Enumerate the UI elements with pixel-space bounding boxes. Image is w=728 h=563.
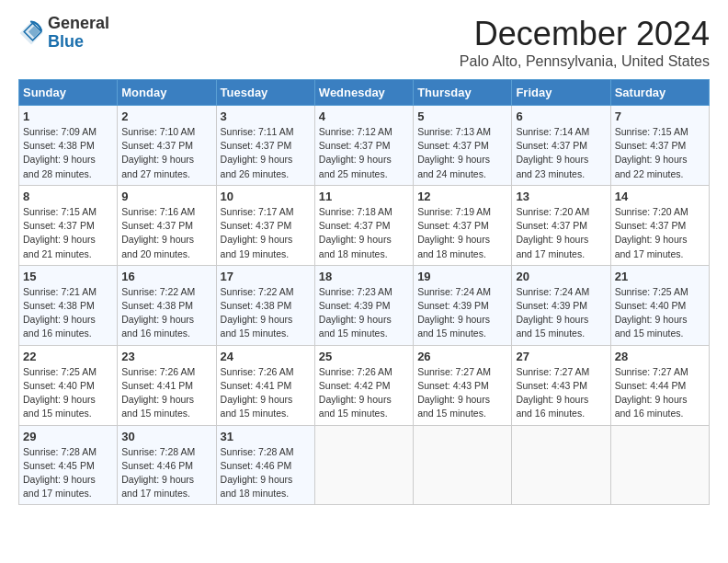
- calendar-cell: 14 Sunrise: 7:20 AMSunset: 4:37 PMDaylig…: [610, 185, 709, 265]
- calendar-cell: 7 Sunrise: 7:15 AMSunset: 4:37 PMDayligh…: [610, 106, 709, 186]
- day-number: 25: [319, 350, 409, 363]
- day-number: 20: [516, 270, 606, 283]
- day-number: 30: [121, 430, 211, 443]
- calendar-cell: 5 Sunrise: 7:13 AMSunset: 4:37 PMDayligh…: [414, 106, 512, 186]
- day-detail: Sunrise: 7:17 AMSunset: 4:37 PMDaylight:…: [221, 205, 311, 261]
- day-detail: Sunrise: 7:24 AMSunset: 4:39 PMDaylight:…: [516, 285, 606, 341]
- logo-general: General: [48, 14, 109, 32]
- day-header-tuesday: Tuesday: [216, 80, 314, 106]
- calendar-cell: 12 Sunrise: 7:19 AMSunset: 4:37 PMDaylig…: [414, 185, 512, 265]
- day-header-monday: Monday: [118, 80, 216, 106]
- calendar-table: SundayMondayTuesdayWednesdayThursdayFrid…: [18, 79, 710, 505]
- day-detail: Sunrise: 7:10 AMSunset: 4:37 PMDaylight:…: [121, 125, 211, 181]
- day-number: 1: [23, 109, 113, 123]
- day-number: 5: [417, 109, 507, 123]
- day-number: 9: [121, 190, 211, 203]
- day-number: 18: [319, 270, 409, 283]
- day-number: 14: [615, 190, 705, 203]
- logo: General Blue: [18, 15, 109, 52]
- week-row-1: 1 Sunrise: 7:09 AMSunset: 4:38 PMDayligh…: [19, 106, 710, 186]
- day-detail: Sunrise: 7:22 AMSunset: 4:38 PMDaylight:…: [121, 285, 211, 341]
- calendar-cell: 28 Sunrise: 7:27 AMSunset: 4:44 PMDaylig…: [610, 345, 709, 425]
- day-number: 16: [121, 270, 211, 283]
- calendar-cell: 4 Sunrise: 7:12 AMSunset: 4:37 PMDayligh…: [314, 106, 413, 186]
- day-number: 2: [121, 109, 211, 123]
- day-detail: Sunrise: 7:26 AMSunset: 4:42 PMDaylight:…: [319, 365, 409, 421]
- day-detail: Sunrise: 7:28 AMSunset: 4:46 PMDaylight:…: [221, 445, 311, 501]
- calendar-cell: 26 Sunrise: 7:27 AMSunset: 4:43 PMDaylig…: [414, 345, 512, 425]
- calendar-cell: 8 Sunrise: 7:15 AMSunset: 4:37 PMDayligh…: [19, 185, 118, 265]
- day-detail: Sunrise: 7:27 AMSunset: 4:43 PMDaylight:…: [516, 365, 606, 421]
- day-detail: Sunrise: 7:28 AMSunset: 4:45 PMDaylight:…: [23, 445, 113, 501]
- day-detail: Sunrise: 7:24 AMSunset: 4:39 PMDaylight:…: [417, 285, 507, 341]
- day-detail: Sunrise: 7:20 AMSunset: 4:37 PMDaylight:…: [516, 205, 606, 261]
- day-detail: Sunrise: 7:18 AMSunset: 4:37 PMDaylight:…: [319, 205, 409, 261]
- calendar-cell: 31 Sunrise: 7:28 AMSunset: 4:46 PMDaylig…: [216, 425, 314, 505]
- day-headers-row: SundayMondayTuesdayWednesdayThursdayFrid…: [19, 80, 710, 106]
- day-detail: Sunrise: 7:15 AMSunset: 4:37 PMDaylight:…: [615, 125, 705, 181]
- day-number: 12: [417, 190, 507, 203]
- calendar-cell: 20 Sunrise: 7:24 AMSunset: 4:39 PMDaylig…: [512, 265, 610, 345]
- calendar-cell: 27 Sunrise: 7:27 AMSunset: 4:43 PMDaylig…: [512, 345, 610, 425]
- day-detail: Sunrise: 7:14 AMSunset: 4:37 PMDaylight:…: [516, 125, 606, 181]
- calendar-cell: 25 Sunrise: 7:26 AMSunset: 4:42 PMDaylig…: [314, 345, 413, 425]
- day-detail: Sunrise: 7:26 AMSunset: 4:41 PMDaylight:…: [121, 365, 211, 421]
- day-number: 13: [516, 190, 606, 203]
- day-header-thursday: Thursday: [414, 80, 512, 106]
- day-number: 28: [615, 350, 705, 363]
- day-detail: Sunrise: 7:19 AMSunset: 4:37 PMDaylight:…: [417, 205, 507, 261]
- day-detail: Sunrise: 7:12 AMSunset: 4:37 PMDaylight:…: [319, 125, 409, 181]
- title-area: December 2024 Palo Alto, Pennsylvania, U…: [460, 15, 710, 70]
- logo-blue: Blue: [48, 32, 84, 51]
- week-row-5: 29 Sunrise: 7:28 AMSunset: 4:45 PMDaylig…: [19, 425, 710, 505]
- day-number: 17: [221, 270, 311, 283]
- calendar-cell: 21 Sunrise: 7:25 AMSunset: 4:40 PMDaylig…: [610, 265, 709, 345]
- day-detail: Sunrise: 7:27 AMSunset: 4:44 PMDaylight:…: [615, 365, 705, 421]
- week-row-4: 22 Sunrise: 7:25 AMSunset: 4:40 PMDaylig…: [19, 345, 710, 425]
- day-detail: Sunrise: 7:27 AMSunset: 4:43 PMDaylight:…: [417, 365, 507, 421]
- week-row-2: 8 Sunrise: 7:15 AMSunset: 4:37 PMDayligh…: [19, 185, 710, 265]
- day-detail: Sunrise: 7:20 AMSunset: 4:37 PMDaylight:…: [615, 205, 705, 261]
- calendar-cell: 9 Sunrise: 7:16 AMSunset: 4:37 PMDayligh…: [118, 185, 216, 265]
- day-header-wednesday: Wednesday: [314, 80, 413, 106]
- day-number: 10: [221, 190, 311, 203]
- day-number: 8: [23, 190, 113, 203]
- calendar-cell: 29 Sunrise: 7:28 AMSunset: 4:45 PMDaylig…: [19, 425, 118, 505]
- day-number: 19: [417, 270, 507, 283]
- day-detail: Sunrise: 7:21 AMSunset: 4:38 PMDaylight:…: [23, 285, 113, 341]
- day-number: 21: [615, 270, 705, 283]
- day-detail: Sunrise: 7:25 AMSunset: 4:40 PMDaylight:…: [615, 285, 705, 341]
- day-number: 7: [615, 109, 705, 123]
- calendar-cell: 22 Sunrise: 7:25 AMSunset: 4:40 PMDaylig…: [19, 345, 118, 425]
- day-number: 11: [319, 190, 409, 203]
- day-number: 27: [516, 350, 606, 363]
- calendar-cell: 23 Sunrise: 7:26 AMSunset: 4:41 PMDaylig…: [118, 345, 216, 425]
- logo-icon: [18, 20, 44, 46]
- calendar-cell: [512, 425, 610, 505]
- calendar-cell: 15 Sunrise: 7:21 AMSunset: 4:38 PMDaylig…: [19, 265, 118, 345]
- day-detail: Sunrise: 7:09 AMSunset: 4:38 PMDaylight:…: [23, 125, 113, 181]
- week-row-3: 15 Sunrise: 7:21 AMSunset: 4:38 PMDaylig…: [19, 265, 710, 345]
- calendar-cell: 24 Sunrise: 7:26 AMSunset: 4:41 PMDaylig…: [216, 345, 314, 425]
- header: General Blue December 2024 Palo Alto, Pe…: [18, 15, 710, 70]
- calendar-cell: 11 Sunrise: 7:18 AMSunset: 4:37 PMDaylig…: [314, 185, 413, 265]
- day-number: 4: [319, 109, 409, 123]
- calendar-cell: 2 Sunrise: 7:10 AMSunset: 4:37 PMDayligh…: [118, 106, 216, 186]
- calendar-cell: 1 Sunrise: 7:09 AMSunset: 4:38 PMDayligh…: [19, 106, 118, 186]
- month-title: December 2024: [460, 15, 710, 53]
- calendar-cell: 3 Sunrise: 7:11 AMSunset: 4:37 PMDayligh…: [216, 106, 314, 186]
- day-number: 26: [417, 350, 507, 363]
- day-number: 15: [23, 270, 113, 283]
- day-number: 31: [221, 430, 311, 443]
- day-number: 3: [221, 109, 311, 123]
- day-detail: Sunrise: 7:23 AMSunset: 4:39 PMDaylight:…: [319, 285, 409, 341]
- calendar-cell: 13 Sunrise: 7:20 AMSunset: 4:37 PMDaylig…: [512, 185, 610, 265]
- calendar-cell: 10 Sunrise: 7:17 AMSunset: 4:37 PMDaylig…: [216, 185, 314, 265]
- day-header-friday: Friday: [512, 80, 610, 106]
- calendar-cell: 30 Sunrise: 7:28 AMSunset: 4:46 PMDaylig…: [118, 425, 216, 505]
- day-header-sunday: Sunday: [19, 80, 118, 106]
- day-detail: Sunrise: 7:15 AMSunset: 4:37 PMDaylight:…: [23, 205, 113, 261]
- day-detail: Sunrise: 7:26 AMSunset: 4:41 PMDaylight:…: [221, 365, 311, 421]
- calendar-cell: 17 Sunrise: 7:22 AMSunset: 4:38 PMDaylig…: [216, 265, 314, 345]
- day-detail: Sunrise: 7:11 AMSunset: 4:37 PMDaylight:…: [221, 125, 311, 181]
